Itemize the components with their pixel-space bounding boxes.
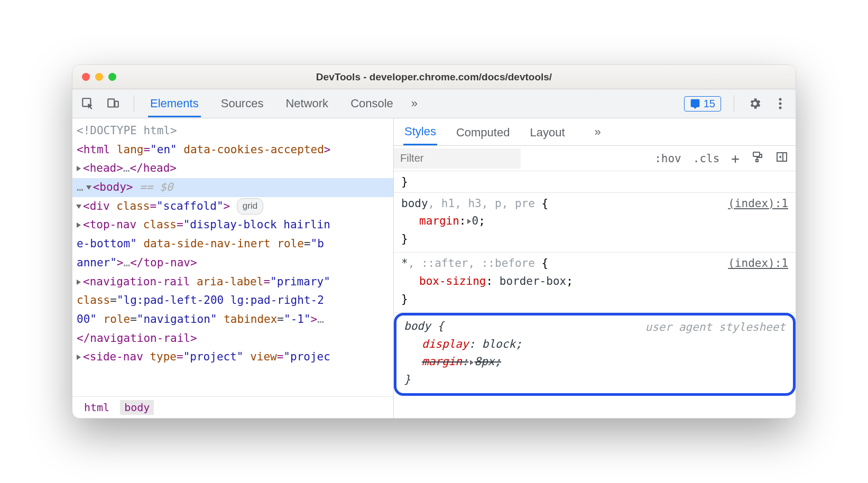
dom-tree[interactable]: <!DOCTYPE html> <html lang="en" data-coo…	[72, 118, 393, 396]
css-rule[interactable]: (index):1 body, h1, h3, p, pre { margin:…	[394, 193, 796, 253]
styles-filter-input[interactable]	[394, 148, 521, 169]
svg-rect-1	[108, 99, 114, 107]
doctype-node[interactable]: <!DOCTYPE html>	[77, 124, 177, 137]
panel-tabs: Elements Sources Network Console	[148, 90, 395, 117]
svg-rect-7	[756, 160, 758, 162]
close-window-button[interactable]	[82, 73, 90, 81]
device-toggle-icon[interactable]	[105, 96, 121, 112]
expand-shorthand-icon[interactable]	[470, 360, 474, 365]
breadcrumbs: html body	[72, 396, 393, 418]
expand-icon[interactable]	[77, 166, 81, 171]
svg-point-5	[779, 107, 782, 109]
svg-point-3	[779, 98, 782, 101]
collapse-icon[interactable]	[86, 185, 91, 190]
css-rule[interactable]: (index):1 *, ::after, ::before { box-siz…	[394, 253, 796, 313]
divider	[134, 95, 134, 112]
tab-layout[interactable]: Layout	[529, 119, 566, 145]
divider	[734, 95, 734, 112]
inspect-element-icon[interactable]	[80, 96, 96, 112]
tab-elements[interactable]: Elements	[148, 90, 201, 117]
expand-icon[interactable]	[77, 355, 81, 360]
issues-count: 15	[704, 98, 715, 110]
filter-row: :hov .cls +	[394, 146, 796, 171]
issues-badge[interactable]: 15	[684, 96, 721, 112]
expand-icon[interactable]	[77, 280, 81, 285]
rule-source-link[interactable]: (index):1	[728, 195, 788, 213]
maximize-window-button[interactable]	[108, 73, 116, 81]
expand-icon[interactable]	[77, 222, 81, 228]
body-node-selected[interactable]: …<body> == $0	[72, 178, 393, 197]
svg-point-4	[779, 103, 782, 105]
top-nav-node[interactable]: <top-nav class="display-block hairlin	[83, 218, 330, 231]
titlebar: DevTools - developer.chrome.com/docs/dev…	[72, 65, 796, 89]
css-rules: } (index):1 body, h1, h3, p, pre { margi…	[394, 171, 796, 398]
crumb-html[interactable]: html	[80, 400, 114, 415]
more-tabs-icon[interactable]: »	[595, 125, 601, 139]
new-style-rule-icon[interactable]: +	[731, 151, 740, 166]
paint-icon[interactable]	[751, 151, 764, 166]
main-toolbar: Elements Sources Network Console » 15	[72, 89, 796, 118]
styles-tabs: Styles Computed Layout »	[394, 118, 796, 146]
div-scaffold-node[interactable]: <div class="scaffold">	[83, 200, 230, 212]
more-tabs-icon[interactable]: »	[411, 97, 418, 110]
side-nav-node[interactable]: <side-nav type="project" view="projec	[83, 350, 330, 363]
hov-toggle[interactable]: :hov	[654, 152, 681, 165]
navigation-rail-node[interactable]: <navigation-rail aria-label="primary"	[83, 275, 330, 288]
tab-computed[interactable]: Computed	[455, 119, 511, 145]
tab-network[interactable]: Network	[283, 90, 330, 117]
minimize-window-button[interactable]	[95, 73, 103, 81]
html-node[interactable]: <html lang="en" data-cookies-accepted>	[77, 143, 331, 156]
devtools-window: DevTools - developer.chrome.com/docs/dev…	[72, 64, 796, 419]
computed-sidebar-icon[interactable]	[775, 151, 788, 166]
tab-console[interactable]: Console	[348, 90, 395, 117]
collapse-icon[interactable]	[76, 205, 81, 209]
elements-panel: <!DOCTYPE html> <html lang="en" data-coo…	[72, 118, 394, 418]
tab-sources[interactable]: Sources	[219, 90, 266, 117]
kebab-menu-icon[interactable]	[772, 96, 788, 112]
user-agent-rule-highlighted[interactable]: user agent stylesheet body { display: bl…	[394, 313, 796, 395]
expand-shorthand-icon[interactable]	[467, 219, 471, 224]
window-title: DevTools - developer.chrome.com/docs/dev…	[72, 71, 796, 83]
svg-rect-6	[753, 152, 760, 156]
head-node[interactable]: <head>	[83, 162, 123, 174]
crumb-body[interactable]: body	[120, 400, 154, 415]
settings-icon[interactable]	[747, 96, 763, 112]
grid-badge[interactable]: grid	[237, 198, 263, 215]
svg-rect-2	[115, 101, 118, 107]
rule-source-label: user agent stylesheet	[645, 319, 786, 337]
styles-panel: Styles Computed Layout » :hov .cls + } (…	[394, 118, 796, 418]
cls-toggle[interactable]: .cls	[693, 152, 720, 165]
rule-source-link[interactable]: (index):1	[728, 255, 788, 273]
tab-styles[interactable]: Styles	[403, 118, 437, 145]
svg-rect-8	[777, 153, 787, 161]
